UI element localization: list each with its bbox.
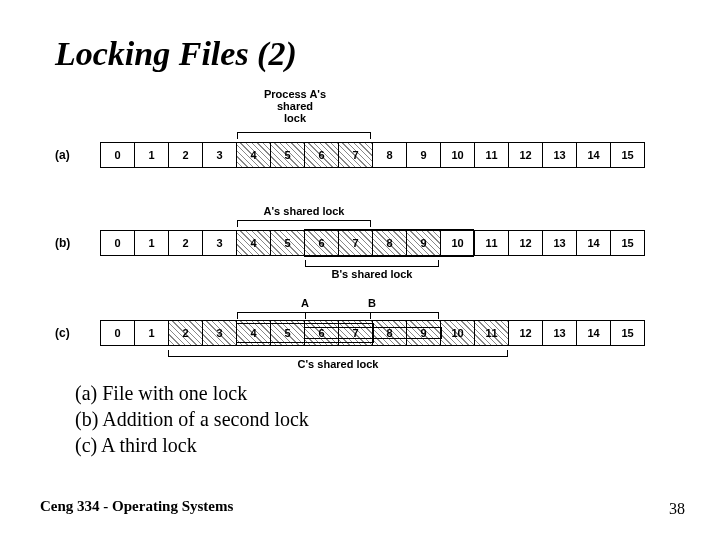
row-c-cell-locked: 10 [441,320,475,346]
row-c-cells: 0 1 2 3 4 5 6 7 8 9 10 11 12 13 14 15 [100,320,645,346]
label-process-a: Process A's shared lock [225,88,365,124]
footer-course: Ceng 334 - Operating Systems [40,498,233,515]
caption-line-c: (c) A third lock [75,432,309,458]
row-a-cell: 15 [611,142,645,168]
row-c-cell: 15 [611,320,645,346]
label-a-small: A [295,297,315,309]
row-c-cell-locked: 7 [339,320,373,346]
row-a-cell: 1 [135,142,169,168]
caption-line-a: (a) File with one lock [75,380,309,406]
row-c-cell: 14 [577,320,611,346]
row-b-cell: 12 [509,230,543,256]
row-a-cell-locked: 6 [305,142,339,168]
row-c-cell: 13 [543,320,577,346]
row-b-cell-locked: 7 [339,230,373,256]
row-a-cell-locked: 4 [237,142,271,168]
row-b-cells: 0 1 2 3 4 5 6 7 8 9 10 11 12 13 14 15 [100,230,645,256]
row-b-block: (b) 0 1 2 3 4 5 6 7 8 9 10 11 12 13 14 1… [55,230,665,256]
row-c-cell-locked: 2 [169,320,203,346]
row-b-cell: 3 [203,230,237,256]
row-b-cell: 1 [135,230,169,256]
row-b-cell-locked: 8 [373,230,407,256]
row-c-cell-locked: 5 [271,320,305,346]
row-a-cell: 2 [169,142,203,168]
row-a-cell: 11 [475,142,509,168]
label-b-shared: B's shared lock [305,268,439,280]
row-b-label: (b) [55,236,70,250]
row-a-cell: 13 [543,142,577,168]
caption-list: (a) File with one lock (b) Addition of a… [75,380,309,458]
row-b-cell: 2 [169,230,203,256]
row-a-cell: 9 [407,142,441,168]
row-b-cell: 14 [577,230,611,256]
row-b-cell-locked: 6 [305,230,339,256]
row-b-cell: 11 [475,230,509,256]
row-c-cell-locked: 3 [203,320,237,346]
label-c-shared: C's shared lock [168,358,508,370]
label-b-small: B [362,297,382,309]
label-a-shared: A's shared lock [237,205,371,217]
row-c-cell: 0 [101,320,135,346]
row-c-cell-locked: 9 [407,320,441,346]
row-b-cell: 15 [611,230,645,256]
brace-b-bottom [305,258,439,267]
row-c-cell: 12 [509,320,543,346]
row-a-cell-locked: 7 [339,142,373,168]
caption-line-b: (b) Addition of a second lock [75,406,309,432]
row-c-cell-locked: 4 [237,320,271,346]
row-a-cell: 0 [101,142,135,168]
row-c-cell: 1 [135,320,169,346]
row-b-cell-locked: 9 [407,230,441,256]
row-b-cell-locked: 4 [237,230,271,256]
row-c-block: (c) 0 1 2 3 4 5 6 7 8 9 10 11 12 13 14 1… [55,320,665,346]
row-a-block: (a) 0 1 2 3 4 5 6 7 8 9 10 11 12 13 14 1… [55,142,665,168]
row-b-cell: 10 [441,230,475,256]
row-a-cell: 8 [373,142,407,168]
row-c-cell-locked: 8 [373,320,407,346]
row-a-cell-locked: 5 [271,142,305,168]
brace-b-top [237,220,371,229]
row-a-label: (a) [55,148,70,162]
row-c-label: (c) [55,326,70,340]
row-c-cell-locked: 11 [475,320,509,346]
row-a-cell: 10 [441,142,475,168]
brace-c-bottom [168,348,508,357]
row-b-cell-locked: 5 [271,230,305,256]
row-c-cell-locked: 6 [305,320,339,346]
row-b-cell: 0 [101,230,135,256]
row-a-cell: 12 [509,142,543,168]
brace-a-top [237,132,371,141]
row-a-cell: 14 [577,142,611,168]
row-a-cell: 3 [203,142,237,168]
slide-title: Locking Files (2) [55,35,297,73]
row-a-cells: 0 1 2 3 4 5 6 7 8 9 10 11 12 13 14 15 [100,142,645,168]
row-b-cell: 13 [543,230,577,256]
footer-page: 38 [669,500,685,518]
